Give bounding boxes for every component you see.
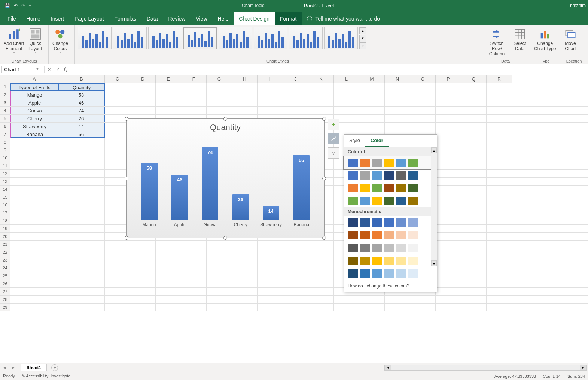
new-sheet-button[interactable]: + [51, 364, 58, 371]
cell[interactable] [308, 83, 334, 91]
color-palette[interactable] [344, 216, 431, 229]
cell[interactable] [156, 288, 181, 295]
cell[interactable] [461, 130, 487, 138]
cell[interactable] [232, 107, 258, 114]
cell[interactable] [181, 304, 207, 311]
chart-style-thumbnail[interactable] [113, 27, 147, 49]
cell[interactable]: 74 [58, 107, 105, 114]
cell[interactable] [385, 91, 410, 99]
cell[interactable] [283, 256, 308, 264]
cell[interactable] [58, 256, 105, 264]
cell[interactable] [436, 186, 461, 193]
move-chart-button[interactable]: Move Chart [563, 27, 578, 52]
cell[interactable] [487, 280, 512, 287]
cell[interactable] [487, 146, 512, 154]
cell[interactable] [461, 209, 487, 217]
cell[interactable] [58, 201, 105, 209]
cell[interactable] [436, 304, 461, 311]
cell[interactable] [385, 83, 410, 91]
resize-handle[interactable] [125, 117, 128, 121]
row-header[interactable]: 4 [0, 107, 10, 114]
color-palette[interactable] [344, 156, 431, 169]
cell[interactable] [359, 107, 385, 114]
cell[interactable] [10, 193, 58, 201]
cell[interactable] [308, 264, 334, 272]
row-header[interactable]: 23 [0, 256, 10, 264]
cell[interactable] [181, 99, 207, 106]
cell[interactable] [58, 146, 105, 154]
cell[interactable] [487, 162, 512, 169]
cell[interactable] [232, 264, 258, 272]
chart-bar[interactable]: 66 [293, 155, 310, 220]
cell[interactable] [308, 256, 334, 264]
cell[interactable] [385, 99, 410, 106]
cell[interactable] [10, 154, 58, 162]
cell[interactable] [130, 288, 156, 295]
column-header[interactable]: A [10, 75, 58, 83]
chart-style-thumbnail[interactable] [183, 27, 217, 49]
column-header[interactable]: L [334, 75, 359, 83]
color-palette[interactable] [344, 267, 431, 280]
cell[interactable] [156, 280, 181, 287]
column-header[interactable]: C [105, 75, 130, 83]
cell[interactable]: 66 [58, 130, 105, 138]
column-header[interactable]: O [410, 75, 436, 83]
cell[interactable] [359, 99, 385, 106]
cell[interactable]: Mango [10, 91, 58, 99]
cell[interactable] [308, 99, 334, 106]
color-palette[interactable] [344, 182, 431, 194]
cell[interactable] [487, 138, 512, 146]
fx-icon[interactable]: fx [62, 66, 70, 73]
chevron-down-icon[interactable]: ▼ [36, 67, 39, 72]
cell[interactable] [436, 130, 461, 138]
cell[interactable] [308, 107, 334, 114]
cell[interactable] [436, 241, 461, 248]
cell[interactable] [461, 83, 487, 91]
cell[interactable] [461, 280, 487, 287]
cell[interactable] [130, 248, 156, 256]
cell[interactable] [461, 201, 487, 209]
cell[interactable] [385, 115, 410, 122]
select-data-button[interactable]: Select Data [513, 27, 527, 52]
cell[interactable] [487, 304, 512, 311]
tab-data[interactable]: Data [141, 12, 163, 25]
cell[interactable] [156, 99, 181, 106]
column-header[interactable]: H [232, 75, 258, 83]
cell[interactable] [58, 193, 105, 201]
column-header[interactable]: Q [461, 75, 487, 83]
cell[interactable] [487, 99, 512, 106]
cell[interactable] [105, 107, 130, 114]
cell[interactable] [207, 280, 232, 287]
cell[interactable] [207, 99, 232, 106]
cell[interactable] [130, 280, 156, 287]
row-header[interactable]: 3 [0, 99, 10, 106]
column-header[interactable]: M [359, 75, 385, 83]
cell[interactable] [130, 304, 156, 311]
cell[interactable] [232, 256, 258, 264]
column-header[interactable]: J [283, 75, 308, 83]
cell[interactable] [10, 280, 58, 287]
style-scroll-button[interactable]: ▿ [359, 42, 366, 49]
tab-page-layout[interactable]: Page Layout [69, 12, 109, 25]
cell[interactable] [105, 83, 130, 91]
cell[interactable]: 58 [58, 91, 105, 99]
cell[interactable] [58, 162, 105, 169]
cell[interactable] [181, 280, 207, 287]
cell[interactable] [359, 83, 385, 91]
cell[interactable] [207, 107, 232, 114]
cell[interactable] [487, 264, 512, 272]
cell[interactable] [156, 256, 181, 264]
cell[interactable] [410, 123, 436, 130]
accessibility-status[interactable]: ✎ Accessibility: Investigate [22, 374, 71, 379]
row-header[interactable]: 27 [0, 288, 10, 295]
cell[interactable] [10, 201, 58, 209]
cell[interactable] [156, 264, 181, 272]
cell[interactable] [487, 107, 512, 114]
cell[interactable]: Strawberry [10, 123, 58, 130]
cell[interactable] [410, 304, 436, 311]
cell[interactable] [58, 288, 105, 295]
cell[interactable] [436, 123, 461, 130]
cell[interactable] [10, 264, 58, 272]
cell[interactable] [10, 186, 58, 193]
cell[interactable] [461, 154, 487, 162]
